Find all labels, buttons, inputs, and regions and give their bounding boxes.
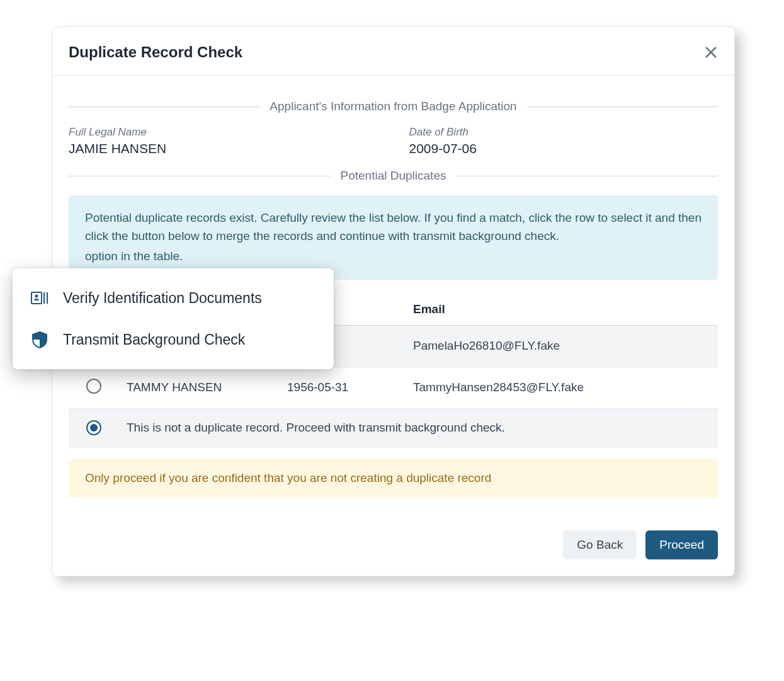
- popover-item-transmit-check[interactable]: Transmit Background Check: [13, 319, 334, 360]
- radio-option-selected[interactable]: [86, 420, 101, 435]
- info-item-name: Full Legal Name JAMIE HANSEN: [69, 126, 378, 156]
- popover-item-label: Transmit Background Check: [63, 331, 245, 348]
- cell-email: TammyHansen28453@FLY.fake: [406, 367, 718, 408]
- info-text-line2: option in the table.: [85, 248, 702, 266]
- modal-footer: Go Back Proceed: [69, 530, 718, 559]
- radio-option[interactable]: [86, 379, 101, 394]
- proceed-button[interactable]: Proceed: [645, 530, 718, 559]
- dob-label: Date of Birth: [409, 126, 719, 139]
- cell-name: TAMMY HANSEN: [119, 367, 280, 408]
- applicant-info: Full Legal Name JAMIE HANSEN Date of Bir…: [69, 126, 718, 156]
- modal-header: Duplicate Record Check: [52, 27, 734, 76]
- section-divider-duplicates: Potential Duplicates: [69, 169, 718, 183]
- warning-text: Only proceed if you are confident that y…: [85, 471, 491, 484]
- modal-title: Duplicate Record Check: [69, 43, 242, 61]
- close-button[interactable]: [704, 42, 718, 62]
- action-popover: Verify Identification Documents Transmit…: [13, 268, 334, 369]
- not-duplicate-label: This is not a duplicate record. Proceed …: [119, 408, 718, 447]
- info-text-line1: Potential duplicate records exist. Caref…: [85, 209, 702, 245]
- id-card-icon: [30, 289, 49, 307]
- section-label: Potential Duplicates: [331, 169, 457, 183]
- cell-dob: 1956-05-31: [280, 367, 406, 408]
- svg-point-3: [35, 295, 38, 298]
- go-back-button[interactable]: Go Back: [563, 530, 637, 559]
- info-item-dob: Date of Birth 2009-07-06: [409, 126, 719, 156]
- popover-item-label: Verify Identification Documents: [63, 290, 262, 307]
- section-divider-applicant: Applicant's Information from Badge Appli…: [69, 100, 718, 113]
- dob-value: 2009-07-06: [409, 141, 719, 156]
- table-row[interactable]: TAMMY HANSEN 1956-05-31 TammyHansen28453…: [69, 367, 718, 408]
- popover-item-verify-documents[interactable]: Verify Identification Documents: [13, 277, 334, 319]
- section-label: Applicant's Information from Badge Appli…: [259, 100, 526, 113]
- warning-box: Only proceed if you are confident that y…: [69, 459, 718, 498]
- full-name-value: JAMIE HANSEN: [69, 141, 378, 156]
- cell-email: PamelaHo26810@FLY.fake: [406, 325, 718, 367]
- table-row-not-duplicate[interactable]: This is not a duplicate record. Proceed …: [69, 408, 718, 447]
- shield-icon: [30, 330, 49, 349]
- svg-rect-2: [31, 292, 42, 304]
- info-box: Potential duplicate records exist. Caref…: [69, 195, 718, 280]
- close-icon: [704, 41, 718, 64]
- col-header-email: Email: [406, 294, 718, 326]
- full-name-label: Full Legal Name: [69, 126, 378, 139]
